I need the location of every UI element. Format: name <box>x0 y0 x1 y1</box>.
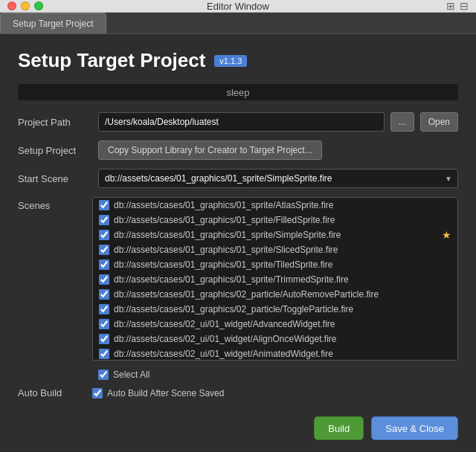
scene-item-label: db://assets/cases/02_ui/01_widget/AlignO… <box>114 334 337 344</box>
scene-list-item: db://assets/cases/01_graphics/01_sprite/… <box>93 198 457 213</box>
tab-bar: Setup Target Project <box>0 13 476 34</box>
scene-item-label: db://assets/cases/01_graphics/02_particl… <box>114 304 353 314</box>
scene-list-item: db://assets/cases/01_graphics/02_particl… <box>93 287 457 302</box>
auto-build-inner: Auto Build After Scene Saved <box>92 388 224 398</box>
setup-target-project-tab[interactable]: Setup Target Project <box>0 13 106 33</box>
scene-item-label: db://assets/cases/02_ui/01_widget/Advanc… <box>114 319 335 329</box>
scene-list-item: db://assets/cases/01_graphics/01_sprite/… <box>93 213 457 227</box>
save-close-button[interactable]: Save & Close <box>371 416 458 440</box>
start-scene-label: Start Scene <box>18 173 92 184</box>
scene-checkbox-1[interactable] <box>99 215 109 225</box>
progress-label: sleep <box>226 87 249 98</box>
scene-item-label: db://assets/cases/01_graphics/01_sprite/… <box>114 200 334 210</box>
scene-item-label: db://assets/cases/01_graphics/01_sprite/… <box>114 259 332 270</box>
scene-list-item: db://assets/cases/02_ui/01_widget/AlignO… <box>93 332 457 346</box>
window-title: Editor Window <box>207 1 269 12</box>
scene-checkbox-2[interactable] <box>99 230 109 240</box>
main-content: Setup Target Project v1.1.3 sleep Projec… <box>0 34 476 452</box>
setup-project-row: Setup Project Copy Support Library for C… <box>18 141 458 160</box>
start-scene-row: Start Scene db://assets/cases/01_graphic… <box>18 169 458 188</box>
page-title: Setup Target Project <box>18 49 205 72</box>
scene-checkbox-6[interactable] <box>99 289 109 300</box>
open-button[interactable]: Open <box>420 112 458 132</box>
window-icon-1: ⊞ <box>446 0 455 12</box>
select-all-checkbox[interactable] <box>98 369 109 380</box>
progress-bar: sleep <box>18 84 458 100</box>
bottom-bar: Build Save & Close <box>18 410 458 440</box>
scene-item-label: db://assets/cases/01_graphics/01_sprite/… <box>114 274 349 285</box>
scene-list-item: db://assets/cases/01_graphics/02_particl… <box>93 302 457 317</box>
scene-checkbox-3[interactable] <box>99 245 109 255</box>
scene-list-item: db://assets/cases/02_ui/01_widget/Animat… <box>93 346 457 361</box>
select-all-inner: Select All <box>98 369 149 380</box>
project-path-row: Project Path ... Open <box>18 112 458 132</box>
title-bar: Editor Window ⊞ ⊟ <box>0 0 476 13</box>
maximize-button[interactable] <box>34 1 43 10</box>
start-scene-dropdown-wrapper: db://assets/cases/01_graphics/01_sprite/… <box>98 169 458 188</box>
minimize-button[interactable] <box>21 1 30 10</box>
select-all-label: Select All <box>113 369 149 380</box>
scene-checkbox-7[interactable] <box>99 304 109 314</box>
auto-build-checkbox-label: Auto Build After Scene Saved <box>107 388 224 398</box>
scene-list-item: db://assets/cases/01_graphics/01_sprite/… <box>93 242 457 257</box>
window-controls[interactable] <box>7 1 43 10</box>
scene-item-label: db://assets/cases/02_ui/01_widget/Animat… <box>114 349 333 359</box>
close-button[interactable] <box>7 1 16 10</box>
auto-build-checkbox[interactable] <box>92 388 103 398</box>
title-bar-icons: ⊞ ⊟ <box>446 0 469 12</box>
scenes-label: Scenes <box>18 197 92 211</box>
project-path-input[interactable] <box>98 112 385 132</box>
select-all-row: Select All <box>18 367 458 380</box>
star-icon: ★ <box>442 229 451 241</box>
scene-list-item: db://assets/cases/02_ui/01_widget/Advanc… <box>93 317 457 332</box>
setup-project-label: Setup Project <box>18 145 92 156</box>
version-badge: v1.1.3 <box>214 55 247 67</box>
auto-build-row: Auto Build Auto Build After Scene Saved <box>18 387 458 398</box>
scene-item-label: db://assets/cases/01_graphics/01_sprite/… <box>114 215 335 225</box>
scenes-row: Scenes db://assets/cases/01_graphics/01_… <box>18 197 458 361</box>
scene-checkbox-4[interactable] <box>99 259 109 270</box>
scene-item-label: db://assets/cases/01_graphics/01_sprite/… <box>114 230 341 240</box>
scene-checkbox-0[interactable] <box>99 200 109 210</box>
scene-checkbox-9[interactable] <box>99 334 109 344</box>
scene-checkbox-5[interactable] <box>99 274 109 285</box>
scene-list-item: db://assets/cases/01_graphics/01_sprite/… <box>93 227 457 242</box>
page-header: Setup Target Project v1.1.3 <box>18 49 458 72</box>
browse-button[interactable]: ... <box>390 112 414 132</box>
scene-list-item: db://assets/cases/01_graphics/01_sprite/… <box>93 257 457 272</box>
start-scene-dropdown[interactable]: db://assets/cases/01_graphics/01_sprite/… <box>98 169 458 188</box>
copy-support-library-button[interactable]: Copy Support Library for Creator to Targ… <box>98 141 322 160</box>
scene-item-label: db://assets/cases/01_graphics/01_sprite/… <box>114 245 338 255</box>
window-icon-2: ⊟ <box>460 0 469 12</box>
scenes-list[interactable]: db://assets/cases/01_graphics/01_sprite/… <box>92 197 458 361</box>
scene-checkbox-10[interactable] <box>99 349 109 359</box>
build-button[interactable]: Build <box>314 416 364 440</box>
project-path-label: Project Path <box>18 117 92 128</box>
scene-list-item: db://assets/cases/01_graphics/01_sprite/… <box>93 272 457 287</box>
auto-build-label: Auto Build <box>18 387 92 398</box>
scene-item-label: db://assets/cases/01_graphics/02_particl… <box>114 289 379 300</box>
scene-checkbox-8[interactable] <box>99 319 109 329</box>
